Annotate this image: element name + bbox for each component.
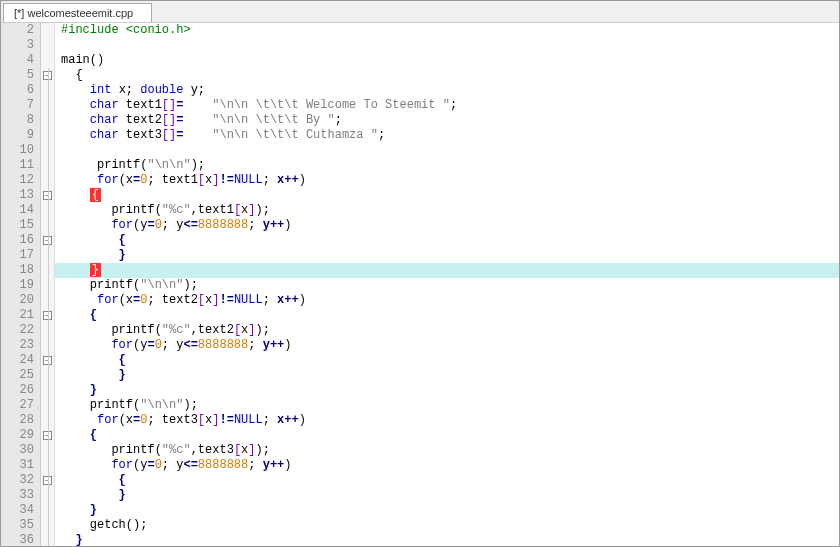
code-line[interactable]: for(x=0; text3[x]!=NULL; x++) — [61, 413, 839, 428]
code-line[interactable]: for(x=0; text2[x]!=NULL; x++) — [61, 293, 839, 308]
fold-cell — [41, 488, 54, 503]
fold-cell — [41, 38, 54, 53]
fold-cell — [41, 293, 54, 308]
editor[interactable]: 2345678910111213141516171819202122232425… — [1, 23, 839, 546]
code-line[interactable]: char text1[]= "\n\n \t\t\t Welcome To St… — [61, 98, 839, 113]
fold-column: −−−−−−− — [41, 23, 55, 546]
code-line[interactable]: char text3[]= "\n\n \t\t\t Cuthamza "; — [61, 128, 839, 143]
code-line[interactable]: printf("%c",text2[x]); — [61, 323, 839, 338]
code-line[interactable]: for(y=0; y<=8888888; y++) — [61, 458, 839, 473]
line-number: 25 — [1, 368, 34, 383]
code-line[interactable]: { — [61, 428, 839, 443]
line-number: 18 — [1, 263, 34, 278]
line-number: 29 — [1, 428, 34, 443]
file-tab[interactable]: [*] welcomesteeemit.cpp — [3, 3, 152, 22]
line-number: 26 — [1, 383, 34, 398]
fold-cell — [41, 518, 54, 533]
line-number: 13 — [1, 188, 34, 203]
fold-cell: − — [41, 68, 54, 83]
line-number: 32 — [1, 473, 34, 488]
code-line[interactable]: getch(); — [61, 518, 839, 533]
code-line[interactable]: } — [61, 368, 839, 383]
line-number: 14 — [1, 203, 34, 218]
code-line[interactable]: char text2[]= "\n\n \t\t\t By "; — [61, 113, 839, 128]
code-line[interactable]: { — [61, 68, 839, 83]
fold-cell — [41, 338, 54, 353]
line-number: 21 — [1, 308, 34, 323]
fold-cell: − — [41, 353, 54, 368]
code-line[interactable]: } — [61, 263, 839, 278]
code-line[interactable]: } — [61, 383, 839, 398]
line-number: 35 — [1, 518, 34, 533]
line-number: 15 — [1, 218, 34, 233]
line-number: 20 — [1, 293, 34, 308]
code-line[interactable]: } — [61, 248, 839, 263]
fold-cell — [41, 53, 54, 68]
code-line[interactable]: printf("\n\n"); — [61, 158, 839, 173]
line-number: 22 — [1, 323, 34, 338]
line-number: 27 — [1, 398, 34, 413]
line-number: 34 — [1, 503, 34, 518]
code-line[interactable] — [61, 38, 839, 53]
code-line[interactable]: for(y=0; y<=8888888; y++) — [61, 338, 839, 353]
code-line[interactable]: } — [61, 503, 839, 518]
fold-cell — [41, 503, 54, 518]
code-line[interactable]: { — [61, 188, 839, 203]
fold-cell: − — [41, 473, 54, 488]
code-line[interactable]: printf("\n\n"); — [61, 398, 839, 413]
fold-cell — [41, 383, 54, 398]
line-number: 31 — [1, 458, 34, 473]
code-line[interactable]: #include <conio.h> — [61, 23, 839, 38]
line-number: 33 — [1, 488, 34, 503]
code-line[interactable]: main() — [61, 53, 839, 68]
code-line[interactable]: { — [61, 473, 839, 488]
fold-cell — [41, 143, 54, 158]
line-number: 24 — [1, 353, 34, 368]
fold-cell: − — [41, 233, 54, 248]
line-number: 11 — [1, 158, 34, 173]
line-number: 28 — [1, 413, 34, 428]
line-number: 3 — [1, 38, 34, 53]
header: <conio.h> — [126, 23, 191, 37]
fold-cell — [41, 248, 54, 263]
line-number: 30 — [1, 443, 34, 458]
fold-cell — [41, 323, 54, 338]
code-line[interactable]: for(y=0; y<=8888888; y++) — [61, 218, 839, 233]
line-number: 8 — [1, 113, 34, 128]
fold-cell — [41, 278, 54, 293]
fold-cell — [41, 413, 54, 428]
code-line[interactable]: printf("%c",text1[x]); — [61, 203, 839, 218]
fold-cell — [41, 113, 54, 128]
code-line[interactable]: } — [61, 488, 839, 503]
fold-cell: − — [41, 308, 54, 323]
tab-bar: [*] welcomesteeemit.cpp — [1, 1, 839, 23]
code-line[interactable]: } — [61, 533, 839, 547]
line-number: 6 — [1, 83, 34, 98]
line-number: 12 — [1, 173, 34, 188]
code-line[interactable]: for(x=0; text1[x]!=NULL; x++) — [61, 173, 839, 188]
fold-cell — [41, 263, 54, 278]
line-number: 36 — [1, 533, 34, 547]
line-number: 19 — [1, 278, 34, 293]
fold-cell — [41, 533, 54, 547]
fold-cell — [41, 98, 54, 113]
code-line[interactable]: { — [61, 308, 839, 323]
fold-cell — [41, 203, 54, 218]
fold-cell: − — [41, 428, 54, 443]
code-area[interactable]: #include <conio.h> main() { int x; doubl… — [55, 23, 839, 546]
fold-cell — [41, 83, 54, 98]
line-number-gutter: 2345678910111213141516171819202122232425… — [1, 23, 41, 546]
code-line[interactable]: { — [61, 233, 839, 248]
fold-cell — [41, 218, 54, 233]
fold-cell — [41, 368, 54, 383]
line-number: 17 — [1, 248, 34, 263]
line-number: 9 — [1, 128, 34, 143]
fold-cell — [41, 173, 54, 188]
code-line[interactable]: printf("\n\n"); — [61, 278, 839, 293]
code-line[interactable]: int x; double y; — [61, 83, 839, 98]
fold-cell — [41, 443, 54, 458]
code-line[interactable]: { — [61, 353, 839, 368]
code-line[interactable] — [61, 143, 839, 158]
code-line[interactable]: printf("%c",text3[x]); — [61, 443, 839, 458]
fold-cell — [41, 398, 54, 413]
